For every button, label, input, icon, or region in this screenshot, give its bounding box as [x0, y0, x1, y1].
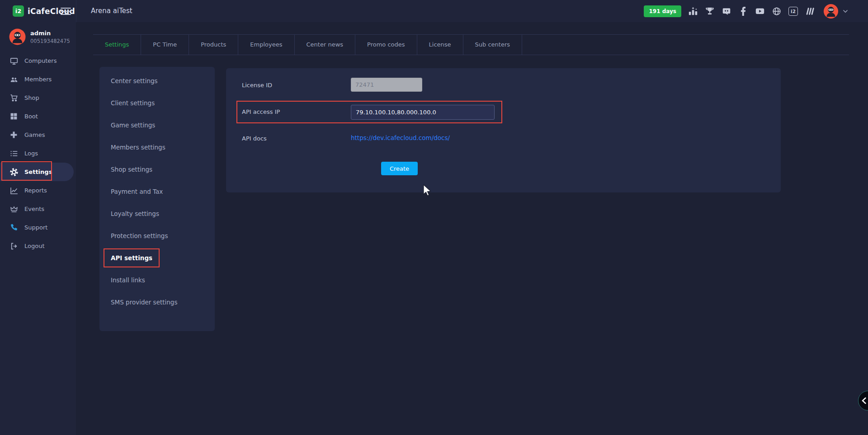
globe-icon[interactable] — [772, 6, 782, 16]
sidebar-item-logout[interactable]: Logout — [0, 237, 76, 255]
sidebar-item-reports[interactable]: Reports — [0, 181, 76, 200]
menu-item-label: Game settings — [111, 122, 155, 129]
tab-license[interactable]: License — [417, 35, 463, 55]
api-docs-link[interactable]: https://dev.icafecloud.com/docs/ — [351, 134, 450, 141]
center-tabs: Settings PC Time Products Employees Cent… — [93, 34, 849, 55]
menu-item-center-settings[interactable]: Center settings — [99, 70, 215, 92]
sidebar-item-label: Reports — [24, 187, 47, 194]
gear-icon — [10, 168, 18, 176]
api-access-ip-label: API access IP — [242, 108, 280, 115]
page-title: Arena aiTest — [91, 0, 132, 22]
user-avatar[interactable] — [823, 4, 839, 19]
create-button[interactable]: Create — [381, 162, 418, 175]
tab-products[interactable]: Products — [189, 35, 238, 55]
sidebar-item-computers[interactable]: Computers — [0, 51, 76, 70]
chevron-down-icon[interactable] — [843, 9, 848, 13]
sidebar-user-name: admin — [30, 30, 70, 37]
tab-pc-time[interactable]: PC Time — [141, 35, 189, 55]
windows-icon — [10, 112, 18, 121]
menu-item-client-settings[interactable]: Client settings — [99, 92, 215, 114]
menu-item-payment-and-tax[interactable]: Payment and Tax — [99, 181, 215, 203]
license-id-label: License ID — [242, 82, 272, 89]
menu-item-protection-settings[interactable]: Protection settings — [99, 225, 215, 247]
menu-item-label: Payment and Tax — [111, 188, 163, 195]
list-icon — [10, 150, 18, 158]
sidebar-item-label: Members — [24, 76, 52, 83]
sidebar-item-games[interactable]: Games — [0, 126, 76, 144]
tab-center-news[interactable]: Center news — [295, 35, 356, 55]
api-docs-label: API docs — [242, 135, 267, 142]
logout-icon — [10, 242, 18, 250]
license-days-badge[interactable]: 191 days — [644, 5, 681, 17]
menu-item-api-settings[interactable]: API settings — [99, 247, 215, 269]
sidebar-item-label: Computers — [24, 57, 57, 64]
menu-item-members-settings[interactable]: Members settings — [99, 136, 215, 159]
layers-icon[interactable] — [805, 6, 815, 16]
sidebar-item-label: Events — [24, 206, 44, 212]
sidebar-item-shop[interactable]: Shop — [0, 89, 76, 107]
menu-item-install-links[interactable]: Install links — [99, 269, 215, 291]
monitor-icon — [10, 57, 18, 65]
sidebar-item-events[interactable]: Events — [0, 200, 76, 218]
menu-item-label: Center settings — [111, 77, 158, 84]
tab-employees[interactable]: Employees — [238, 35, 294, 55]
sidebar-item-label: Support — [24, 224, 47, 231]
collapse-panel-button[interactable] — [858, 391, 868, 411]
facebook-icon[interactable] — [738, 6, 748, 16]
sidebar-item-label: Logout — [24, 243, 45, 249]
chevron-left-icon — [861, 397, 867, 404]
gamepad-icon — [10, 131, 18, 139]
menu-item-sms-provider-settings[interactable]: SMS provider settings — [99, 291, 215, 313]
sidebar-user-avatar — [9, 28, 26, 45]
topbar: i2 iCafeCloud Arena aiTest 191 days — [0, 0, 868, 22]
sidebar-nav: Computers Members Shop Boot Games — [0, 51, 76, 255]
sidebar-item-label: Boot — [24, 113, 38, 120]
menu-item-loyalty-settings[interactable]: Loyalty settings — [99, 203, 215, 225]
sidebar-item-members[interactable]: Members — [0, 70, 76, 89]
api-settings-form: License ID API access IP API docs https:… — [226, 68, 781, 192]
chart-icon — [10, 187, 18, 195]
sidebar-item-logs[interactable]: Logs — [0, 144, 76, 163]
discord-icon[interactable] — [722, 6, 731, 16]
icafecloud-logo-icon: i2 — [13, 5, 24, 17]
menu-item-game-settings[interactable]: Game settings — [99, 114, 215, 136]
menu-item-label: Install links — [111, 276, 145, 284]
sidebar-item-label: Shop — [24, 94, 39, 101]
settings-submenu: Center settings Client settings Game set… — [99, 67, 215, 331]
crown-icon — [10, 205, 18, 213]
tab-sub-centers[interactable]: Sub centers — [463, 35, 522, 55]
people-icon — [10, 75, 18, 84]
sidebar-user-id: 005193482475 — [30, 38, 70, 44]
trophy-icon[interactable] — [705, 6, 715, 16]
sidebar-item-label: Settings — [24, 168, 52, 175]
ranking-icon[interactable] — [688, 6, 698, 16]
sidebar-item-label: Logs — [24, 150, 38, 157]
phone-icon — [10, 224, 18, 232]
topbar-divider — [76, 0, 76, 22]
icafecloud-mini-icon[interactable]: i2 — [788, 7, 798, 16]
sidebar-item-label: Games — [24, 131, 45, 138]
menu-item-label: Loyalty settings — [111, 210, 159, 217]
youtube-icon[interactable] — [755, 6, 765, 16]
sidebar-item-support[interactable]: Support — [0, 218, 76, 237]
sidebar: admin 005193482475 Computers Members Sho… — [0, 22, 76, 435]
hamburger-menu-icon[interactable] — [61, 8, 71, 17]
highlight-box-api-settings: API settings — [104, 248, 160, 267]
menu-item-label: Members settings — [111, 144, 165, 151]
tab-promo-codes[interactable]: Promo codes — [355, 35, 417, 55]
menu-item-shop-settings[interactable]: Shop settings — [99, 159, 215, 181]
api-access-ip-input[interactable] — [351, 105, 495, 120]
menu-item-label: SMS provider settings — [111, 299, 177, 306]
menu-item-label: Client settings — [111, 99, 155, 107]
sidebar-item-settings[interactable]: Settings — [0, 163, 74, 181]
tab-settings[interactable]: Settings — [93, 35, 141, 55]
cart-icon — [10, 94, 18, 102]
sidebar-item-boot[interactable]: Boot — [0, 107, 76, 126]
sidebar-user-block[interactable]: admin 005193482475 — [9, 28, 70, 45]
menu-item-label: Shop settings — [111, 166, 152, 173]
license-id-input — [351, 78, 422, 92]
topbar-right-cluster: 191 days — [644, 0, 848, 22]
menu-item-label: Protection settings — [111, 232, 168, 239]
